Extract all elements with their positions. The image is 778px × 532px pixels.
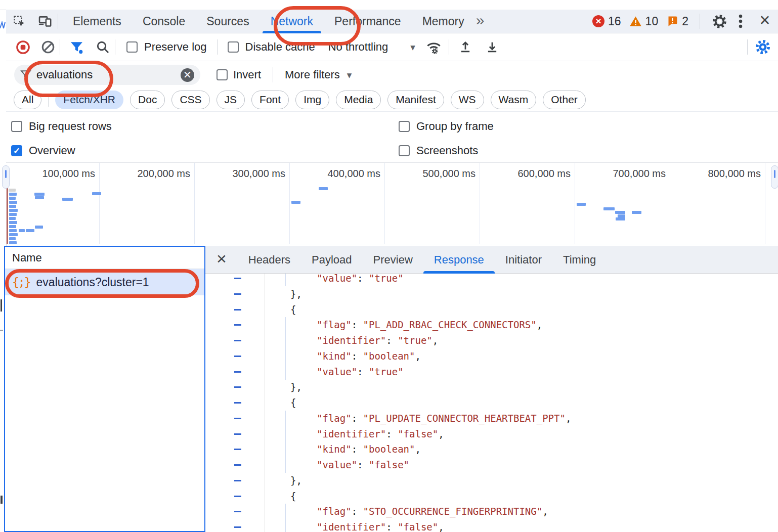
line-text: }, bbox=[290, 286, 302, 302]
disable-cache-label: Disable cache bbox=[245, 40, 315, 54]
overview-toggle[interactable]: ✓ Overview bbox=[11, 144, 75, 157]
chip-font[interactable]: Font bbox=[251, 91, 289, 109]
timeline-request-bar bbox=[9, 193, 17, 196]
console-warning-badge[interactable]: 10 bbox=[629, 15, 659, 28]
main-tab-strip: ElementsConsoleSourcesNetworkPerformance… bbox=[62, 10, 475, 33]
tab-elements[interactable]: Elements bbox=[72, 10, 122, 33]
big-request-rows-checkbox[interactable] bbox=[11, 121, 22, 132]
detail-tab-initiator[interactable]: Initiator bbox=[505, 246, 542, 274]
tab-console[interactable]: Console bbox=[142, 10, 186, 33]
clear-filter-button[interactable]: ✕ bbox=[181, 68, 194, 82]
timeline-request-bar bbox=[9, 221, 17, 224]
line-text: "flag": "STO_OCCURRENCE_FINGERPRINTING", bbox=[317, 504, 548, 519]
chip-img[interactable]: Img bbox=[295, 91, 329, 109]
response-line: { bbox=[205, 395, 778, 411]
more-filters-label: More filters bbox=[285, 68, 340, 81]
response-line: }, bbox=[205, 473, 778, 489]
detail-tab-payload[interactable]: Payload bbox=[312, 246, 352, 274]
tab-memory[interactable]: Memory bbox=[421, 10, 465, 33]
response-line: { bbox=[205, 489, 778, 504]
screenshots-checkbox[interactable] bbox=[399, 145, 410, 156]
network-toolbar: Preserve log Disable cache No throttling… bbox=[6, 33, 778, 61]
chip-ws[interactable]: WS bbox=[451, 91, 484, 109]
throttling-select[interactable]: No throttling ▾ bbox=[328, 40, 415, 54]
clear-network-log-button[interactable] bbox=[36, 40, 60, 54]
group-by-frame-checkbox[interactable] bbox=[399, 121, 410, 132]
import-har-button[interactable] bbox=[451, 40, 480, 54]
line-text: "flag": "PL_UPDATE_CONNECTOR_HEARTBEAT_P… bbox=[317, 411, 571, 426]
filter-input[interactable]: evaluations ✕ bbox=[14, 65, 200, 85]
line-text: "value": "true" bbox=[317, 364, 404, 380]
name-column-header[interactable]: Name bbox=[5, 247, 204, 269]
indent-guide bbox=[285, 333, 286, 348]
tab-sources[interactable]: Sources bbox=[205, 10, 250, 33]
timeline-tick-label: 600,000 ms bbox=[490, 168, 571, 180]
timeline-request-bar bbox=[9, 237, 16, 240]
line-gutter-dash bbox=[234, 293, 241, 295]
request-list-panel: Name {;} evaluations?cluster=1 bbox=[4, 246, 205, 532]
preserve-log-toggle[interactable]: Preserve log bbox=[126, 40, 207, 54]
request-row[interactable]: {;} evaluations?cluster=1 bbox=[5, 269, 204, 295]
overview-left-grip[interactable] bbox=[2, 165, 10, 189]
screenshots-toggle[interactable]: Screenshots bbox=[399, 144, 478, 157]
issues-badge[interactable]: 2 bbox=[666, 15, 688, 28]
chip-fetch-xhr[interactable]: Fetch/XHR bbox=[55, 91, 123, 109]
invert-toggle[interactable]: Invert bbox=[217, 68, 261, 81]
overview-checkbox[interactable]: ✓ bbox=[11, 145, 22, 156]
chip-doc[interactable]: Doc bbox=[130, 91, 165, 109]
caret-down-icon: ▾ bbox=[347, 69, 352, 81]
chip-manifest[interactable]: Manifest bbox=[387, 91, 444, 109]
response-line: "flag": "PL_ADD_RBAC_CHECK_CONNECTORS", bbox=[205, 317, 778, 333]
chip-js[interactable]: JS bbox=[217, 91, 245, 109]
disable-cache-toggle[interactable]: Disable cache bbox=[228, 40, 315, 54]
tab-performance[interactable]: Performance bbox=[333, 10, 402, 33]
inspect-element-button[interactable] bbox=[6, 15, 32, 28]
filter-toggle-button[interactable] bbox=[62, 40, 91, 55]
chip-other[interactable]: Other bbox=[543, 91, 586, 109]
close-detail-button[interactable]: × bbox=[217, 250, 227, 267]
settings-gear-button[interactable] bbox=[709, 14, 729, 29]
chip-all[interactable]: All bbox=[14, 91, 41, 109]
network-conditions-button[interactable] bbox=[419, 39, 449, 55]
detail-tab-timing[interactable]: Timing bbox=[563, 246, 596, 274]
line-text: "identifier": "false", bbox=[317, 426, 444, 442]
chip-wasm[interactable]: Wasm bbox=[491, 91, 537, 109]
device-toolbar-button[interactable] bbox=[32, 14, 58, 28]
timeline-request-bar bbox=[35, 196, 44, 199]
detail-tab-response[interactable]: Response bbox=[434, 246, 484, 274]
timeline-request-bar bbox=[9, 217, 16, 220]
network-overview-timeline[interactable]: 100,000 ms200,000 ms300,000 ms400,000 ms… bbox=[6, 163, 778, 244]
line-text: "identifier": "true", bbox=[317, 333, 438, 348]
detail-tab-headers[interactable]: Headers bbox=[248, 246, 290, 274]
console-error-badge[interactable]: × 16 bbox=[592, 15, 621, 28]
timeline-gridline bbox=[194, 163, 195, 244]
close-devtools-button[interactable]: × bbox=[752, 10, 778, 33]
detail-tab-preview[interactable]: Preview bbox=[373, 246, 413, 274]
record-network-log-button[interactable] bbox=[9, 40, 36, 55]
tab-network[interactable]: Network bbox=[270, 10, 314, 33]
overview-right-grip[interactable] bbox=[771, 165, 778, 189]
timeline-request-bar bbox=[603, 207, 615, 210]
indent-guide bbox=[285, 411, 286, 426]
chip-css[interactable]: CSS bbox=[171, 91, 209, 109]
search-button[interactable] bbox=[91, 40, 115, 54]
chip-media[interactable]: Media bbox=[336, 91, 381, 109]
timeline-gridline bbox=[99, 163, 100, 244]
invert-checkbox[interactable] bbox=[217, 69, 228, 80]
timeline-request-bar bbox=[632, 211, 641, 214]
line-text: }, bbox=[290, 379, 302, 395]
big-request-rows-toggle[interactable]: Big request rows bbox=[11, 120, 112, 133]
network-settings-gear-button[interactable] bbox=[748, 39, 778, 55]
caret-down-icon: ▾ bbox=[410, 41, 415, 53]
export-har-button[interactable] bbox=[480, 40, 505, 54]
line-text: "value": "false" bbox=[317, 457, 409, 473]
group-by-frame-toggle[interactable]: Group by frame bbox=[399, 120, 494, 133]
preserve-log-checkbox[interactable] bbox=[126, 41, 138, 53]
more-filters-dropdown[interactable]: More filters ▾ bbox=[285, 68, 352, 81]
menu-kebab-button[interactable] bbox=[729, 14, 752, 29]
more-tabs-button[interactable]: » bbox=[476, 12, 485, 29]
timeline-request-bar bbox=[92, 192, 101, 195]
disable-cache-checkbox[interactable] bbox=[228, 41, 239, 53]
indent-guide bbox=[285, 274, 286, 286]
response-body-viewer[interactable]: "value": "true"},{"flag": "PL_ADD_RBAC_C… bbox=[205, 274, 778, 532]
